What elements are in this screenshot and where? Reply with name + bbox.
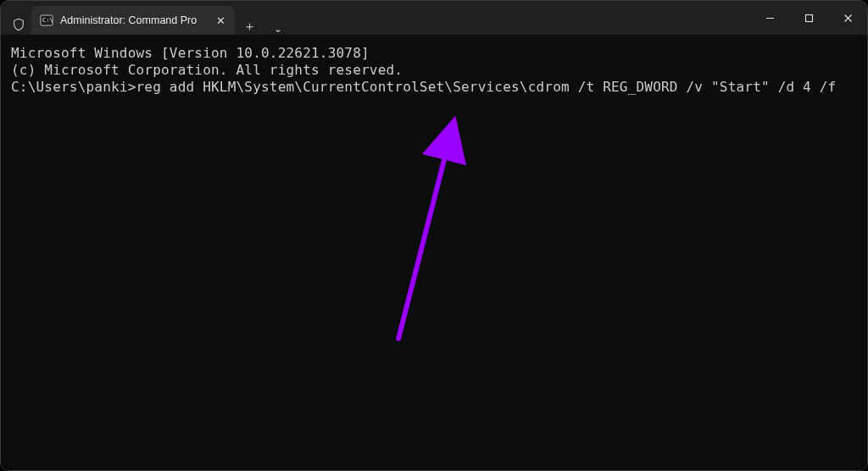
tab-dropdown-button[interactable]: ⌄: [264, 23, 292, 35]
terminal-prompt: C:\Users\panki>: [11, 79, 136, 95]
active-tab[interactable]: C:\ Administrator: Command Pro ✕: [31, 6, 235, 35]
tab-strip: C:\ Administrator: Command Pro ✕ ＋ ⌄: [1, 1, 292, 35]
chevron-down-icon: ⌄: [274, 23, 282, 35]
close-icon: ✕: [216, 14, 225, 27]
terminal-line: Microsoft Windows [Version 10.0.22621.30…: [11, 45, 857, 62]
terminal-command-line: C:\Users\panki>reg add HKLM\System\Curre…: [11, 79, 857, 96]
maximize-button[interactable]: [789, 1, 828, 35]
close-tab-button[interactable]: ✕: [213, 13, 228, 28]
close-window-button[interactable]: [828, 1, 867, 35]
terminal-line: (c) Microsoft Corporation. All rights re…: [11, 62, 857, 79]
titlebar-spacer[interactable]: [292, 1, 750, 35]
minimize-button[interactable]: [750, 1, 789, 35]
terminal-icon: C:\: [40, 14, 53, 27]
terminal-command: reg add HKLM\System\CurrentControlSet\Se…: [136, 79, 837, 95]
terminal-window: C:\ Administrator: Command Pro ✕ ＋ ⌄: [0, 0, 868, 471]
svg-rect-3: [805, 14, 812, 21]
window-controls: [750, 1, 867, 35]
titlebar: C:\ Administrator: Command Pro ✕ ＋ ⌄: [1, 1, 867, 35]
svg-text:C:\: C:\: [42, 17, 53, 24]
new-tab-button[interactable]: ＋: [235, 19, 264, 35]
plus-icon: ＋: [243, 19, 256, 35]
terminal-body[interactable]: Microsoft Windows [Version 10.0.22621.30…: [1, 35, 867, 470]
tab-title: Administrator: Command Pro: [60, 14, 206, 26]
shield-icon: [6, 18, 31, 35]
